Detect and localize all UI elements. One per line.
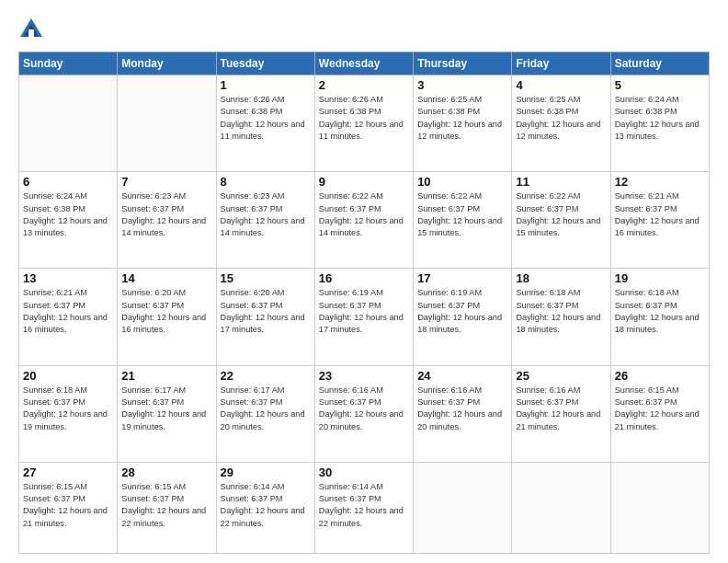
calendar-cell: 11Sunrise: 6:22 AMSunset: 6:37 PMDayligh… (512, 172, 610, 269)
calendar-cell: 2Sunrise: 6:26 AMSunset: 6:38 PMDaylight… (314, 75, 413, 172)
calendar-cell: 14Sunrise: 6:20 AMSunset: 6:37 PMDayligh… (118, 269, 216, 365)
calendar-cell: 21Sunrise: 6:17 AMSunset: 6:37 PMDayligh… (118, 365, 216, 462)
logo-icon (18, 17, 44, 42)
weekday-header-friday: Friday (512, 52, 610, 75)
calendar-cell: 29Sunrise: 6:14 AMSunset: 6:37 PMDayligh… (216, 462, 314, 553)
day-info: Sunrise: 6:23 AMSunset: 6:37 PMDaylight:… (221, 190, 311, 239)
day-number: 25 (516, 369, 606, 383)
calendar-cell: 1Sunrise: 6:26 AMSunset: 6:38 PMDaylight… (216, 75, 314, 172)
day-info: Sunrise: 6:17 AMSunset: 6:37 PMDaylight:… (221, 385, 311, 433)
calendar-cell: 20Sunrise: 6:18 AMSunset: 6:37 PMDayligh… (19, 365, 118, 462)
day-number: 30 (319, 465, 409, 479)
day-info: Sunrise: 6:22 AMSunset: 6:37 PMDaylight:… (417, 190, 507, 239)
weekday-header-saturday: Saturday (610, 52, 709, 75)
day-number: 28 (121, 465, 211, 479)
day-number: 16 (319, 271, 409, 285)
calendar-cell: 13Sunrise: 6:21 AMSunset: 6:37 PMDayligh… (19, 269, 118, 365)
svg-rect-2 (28, 29, 34, 37)
day-number: 22 (221, 369, 311, 383)
day-info: Sunrise: 6:15 AMSunset: 6:37 PMDaylight:… (615, 385, 705, 433)
calendar-week-row: 1Sunrise: 6:26 AMSunset: 6:38 PMDaylight… (19, 75, 710, 172)
weekday-header-tuesday: Tuesday (216, 52, 314, 75)
weekday-header-thursday: Thursday (414, 52, 512, 75)
calendar-week-row: 20Sunrise: 6:18 AMSunset: 6:37 PMDayligh… (19, 365, 710, 462)
day-info: Sunrise: 6:20 AMSunset: 6:37 PMDaylight:… (121, 287, 211, 336)
calendar-week-row: 13Sunrise: 6:21 AMSunset: 6:37 PMDayligh… (19, 269, 710, 365)
day-number: 24 (417, 369, 507, 383)
calendar-cell: 28Sunrise: 6:15 AMSunset: 6:37 PMDayligh… (118, 462, 216, 553)
day-number: 1 (221, 78, 311, 92)
day-number: 10 (417, 175, 507, 189)
day-info: Sunrise: 6:15 AMSunset: 6:37 PMDaylight:… (121, 481, 211, 530)
logo (18, 17, 46, 42)
day-info: Sunrise: 6:21 AMSunset: 6:37 PMDaylight:… (615, 190, 705, 239)
day-number: 8 (221, 175, 311, 189)
calendar-cell: 6Sunrise: 6:24 AMSunset: 6:38 PMDaylight… (19, 172, 118, 269)
calendar-cell: 19Sunrise: 6:18 AMSunset: 6:37 PMDayligh… (610, 269, 709, 365)
day-info: Sunrise: 6:22 AMSunset: 6:37 PMDaylight:… (516, 190, 606, 239)
day-info: Sunrise: 6:18 AMSunset: 6:37 PMDaylight:… (615, 287, 705, 336)
calendar-cell: 25Sunrise: 6:16 AMSunset: 6:37 PMDayligh… (512, 365, 610, 462)
day-info: Sunrise: 6:26 AMSunset: 6:38 PMDaylight:… (319, 94, 409, 143)
calendar-cell (414, 462, 512, 553)
calendar-cell: 5Sunrise: 6:24 AMSunset: 6:38 PMDaylight… (610, 75, 709, 172)
day-number: 11 (516, 175, 606, 189)
day-info: Sunrise: 6:16 AMSunset: 6:37 PMDaylight:… (417, 385, 507, 433)
calendar-cell (19, 75, 118, 172)
day-number: 14 (121, 271, 211, 285)
day-number: 4 (516, 78, 606, 92)
day-info: Sunrise: 6:19 AMSunset: 6:37 PMDaylight:… (319, 287, 409, 336)
calendar: SundayMondayTuesdayWednesdayThursdayFrid… (18, 52, 710, 554)
weekday-header-monday: Monday (118, 52, 216, 75)
day-info: Sunrise: 6:18 AMSunset: 6:37 PMDaylight:… (516, 287, 606, 336)
day-info: Sunrise: 6:22 AMSunset: 6:37 PMDaylight:… (319, 190, 409, 239)
weekday-header-row: SundayMondayTuesdayWednesdayThursdayFrid… (19, 52, 710, 75)
calendar-cell: 17Sunrise: 6:19 AMSunset: 6:37 PMDayligh… (414, 269, 512, 365)
day-info: Sunrise: 6:21 AMSunset: 6:37 PMDaylight:… (23, 287, 113, 336)
day-number: 29 (221, 465, 311, 479)
day-info: Sunrise: 6:16 AMSunset: 6:37 PMDaylight:… (516, 385, 606, 433)
day-number: 27 (23, 465, 113, 479)
calendar-cell: 3Sunrise: 6:25 AMSunset: 6:38 PMDaylight… (414, 75, 512, 172)
calendar-cell (512, 462, 610, 553)
calendar-cell: 24Sunrise: 6:16 AMSunset: 6:37 PMDayligh… (414, 365, 512, 462)
day-info: Sunrise: 6:25 AMSunset: 6:38 PMDaylight:… (417, 94, 507, 143)
weekday-header-wednesday: Wednesday (314, 52, 413, 75)
header (18, 17, 710, 42)
day-number: 12 (615, 175, 705, 189)
day-info: Sunrise: 6:23 AMSunset: 6:37 PMDaylight:… (121, 190, 211, 239)
day-number: 19 (615, 271, 705, 285)
day-number: 9 (319, 175, 409, 189)
day-info: Sunrise: 6:25 AMSunset: 6:38 PMDaylight:… (516, 94, 606, 143)
calendar-week-row: 27Sunrise: 6:15 AMSunset: 6:37 PMDayligh… (19, 462, 710, 553)
day-number: 6 (23, 175, 113, 189)
day-number: 17 (417, 271, 507, 285)
calendar-cell: 4Sunrise: 6:25 AMSunset: 6:38 PMDaylight… (512, 75, 610, 172)
calendar-cell: 12Sunrise: 6:21 AMSunset: 6:37 PMDayligh… (610, 172, 709, 269)
day-info: Sunrise: 6:15 AMSunset: 6:37 PMDaylight:… (23, 481, 113, 530)
calendar-cell: 10Sunrise: 6:22 AMSunset: 6:37 PMDayligh… (414, 172, 512, 269)
day-number: 2 (319, 78, 409, 92)
day-number: 13 (23, 271, 113, 285)
calendar-cell: 9Sunrise: 6:22 AMSunset: 6:37 PMDaylight… (314, 172, 413, 269)
calendar-cell: 15Sunrise: 6:20 AMSunset: 6:37 PMDayligh… (216, 269, 314, 365)
day-info: Sunrise: 6:20 AMSunset: 6:37 PMDaylight:… (221, 287, 311, 336)
day-info: Sunrise: 6:18 AMSunset: 6:37 PMDaylight:… (23, 385, 113, 433)
calendar-cell: 27Sunrise: 6:15 AMSunset: 6:37 PMDayligh… (19, 462, 118, 553)
day-number: 5 (615, 78, 705, 92)
calendar-cell: 30Sunrise: 6:14 AMSunset: 6:37 PMDayligh… (314, 462, 413, 553)
day-info: Sunrise: 6:17 AMSunset: 6:37 PMDaylight:… (121, 385, 211, 433)
calendar-cell: 23Sunrise: 6:16 AMSunset: 6:37 PMDayligh… (314, 365, 413, 462)
day-info: Sunrise: 6:24 AMSunset: 6:38 PMDaylight:… (615, 94, 705, 143)
day-number: 23 (319, 369, 409, 383)
day-info: Sunrise: 6:26 AMSunset: 6:38 PMDaylight:… (221, 94, 311, 143)
calendar-cell: 18Sunrise: 6:18 AMSunset: 6:37 PMDayligh… (512, 269, 610, 365)
day-info: Sunrise: 6:24 AMSunset: 6:38 PMDaylight:… (23, 190, 113, 239)
day-info: Sunrise: 6:14 AMSunset: 6:37 PMDaylight:… (319, 481, 409, 530)
day-info: Sunrise: 6:14 AMSunset: 6:37 PMDaylight:… (221, 481, 311, 530)
day-number: 21 (121, 369, 211, 383)
day-number: 26 (615, 369, 705, 383)
calendar-cell: 7Sunrise: 6:23 AMSunset: 6:37 PMDaylight… (118, 172, 216, 269)
day-number: 3 (417, 78, 507, 92)
calendar-cell (610, 462, 709, 553)
